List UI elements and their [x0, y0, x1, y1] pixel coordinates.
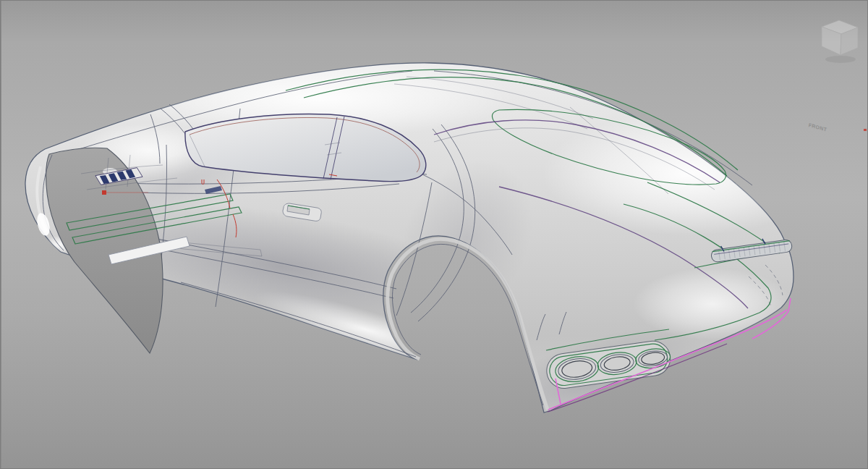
viewcube-shadow — [825, 56, 856, 63]
3d-viewport[interactable]: FRONT LEFT — [0, 0, 868, 469]
red-marker — [102, 190, 106, 195]
viewport-canvas[interactable]: FRONT LEFT — [0, 0, 868, 469]
viewcube-front-label: FRONT — [808, 122, 827, 132]
car-model[interactable] — [25, 58, 867, 454]
red-marker — [864, 129, 867, 131]
view-cube[interactable]: FRONT LEFT — [808, 0, 858, 132]
